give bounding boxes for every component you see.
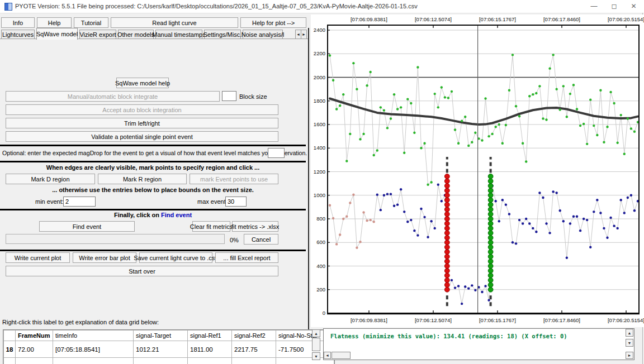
d-region-marker-dot[interactable] (444, 273, 449, 278)
reference-point[interactable] (562, 85, 565, 87)
grid-cell[interactable]: 1012.21 (134, 341, 188, 358)
target-point[interactable] (335, 243, 338, 245)
target-point[interactable] (423, 216, 425, 218)
d-region-marker-dot[interactable] (444, 212, 449, 217)
target-point[interactable] (457, 285, 460, 287)
reference-point[interactable] (545, 118, 547, 121)
reference-point[interactable] (332, 79, 334, 82)
mark-d-region-button[interactable]: Mark D region (6, 174, 95, 184)
target-point[interactable] (620, 199, 622, 201)
metrics-scroll-up-icon[interactable]: ▲ (626, 329, 633, 337)
d-region-marker-dot[interactable] (444, 254, 449, 259)
fill-excel-report-button[interactable]: ... fill Excel report (215, 252, 278, 263)
target-point[interactable] (508, 213, 510, 215)
reference-point[interactable] (518, 115, 520, 117)
reference-point[interactable] (491, 133, 493, 135)
target-point[interactable] (542, 197, 544, 199)
reference-point[interactable] (356, 88, 358, 90)
reference-point[interactable] (508, 89, 510, 92)
target-point[interactable] (576, 215, 578, 218)
reference-point[interactable] (376, 149, 378, 151)
r-region-marker-dot[interactable] (488, 179, 493, 184)
reference-point[interactable] (525, 160, 527, 162)
reference-point[interactable] (606, 126, 608, 128)
reference-point[interactable] (383, 109, 385, 111)
reference-point[interactable] (352, 62, 354, 64)
d-region-marker-dot[interactable] (444, 240, 449, 245)
reference-point[interactable] (548, 67, 551, 69)
r-region-marker-dot[interactable] (488, 221, 493, 226)
reference-point[interactable] (572, 84, 575, 86)
target-point[interactable] (461, 303, 463, 305)
d-region-marker-dot[interactable] (444, 183, 449, 188)
metrics-hscrollbar[interactable] (332, 352, 351, 359)
grid-column-header[interactable]: timeInfo (53, 331, 134, 341)
d-region-marker-dot[interactable] (444, 179, 449, 184)
reference-point[interactable] (609, 91, 612, 93)
reference-point[interactable] (620, 114, 622, 116)
reference-point[interactable] (380, 106, 382, 108)
r-region-marker-dot[interactable] (488, 287, 493, 292)
reference-point[interactable] (484, 97, 486, 99)
toolbar-button-help[interactable]: Help (37, 17, 72, 28)
reference-point[interactable] (494, 126, 496, 128)
trim-button[interactable]: Trim left/right (6, 118, 278, 128)
d-region-marker-dot[interactable] (444, 174, 449, 179)
target-point[interactable] (383, 194, 385, 197)
target-point[interactable] (403, 210, 405, 213)
write-plot-button[interactable]: Write current plot (6, 252, 70, 263)
d-region-marker-dot[interactable] (444, 269, 449, 274)
target-point[interactable] (471, 284, 473, 286)
target-point[interactable] (339, 233, 341, 236)
r-region-marker-dot[interactable] (488, 226, 493, 231)
toolbar-button-info[interactable]: Info (1, 17, 35, 28)
r-region-marker-dot[interactable] (488, 269, 493, 274)
d-region-marker-dot[interactable] (444, 259, 449, 264)
d-region-marker-dot[interactable] (444, 193, 449, 198)
reference-point[interactable] (410, 102, 412, 104)
reference-point[interactable] (515, 105, 517, 107)
grid-cell[interactable]: 73.00 (16, 358, 53, 364)
block-size-input[interactable] (222, 91, 236, 101)
clear-fit-metrics-button[interactable]: Clear fit metrics (192, 221, 230, 232)
target-point[interactable] (623, 212, 626, 214)
target-point[interactable] (613, 224, 615, 227)
d-region-marker-dot[interactable] (444, 277, 449, 282)
target-point[interactable] (454, 286, 456, 289)
reference-point[interactable] (339, 104, 341, 107)
reference-point[interactable] (603, 141, 605, 143)
target-point[interactable] (505, 203, 507, 205)
d-region-marker-dot[interactable] (444, 235, 449, 240)
target-point[interactable] (362, 211, 364, 213)
target-point[interactable] (352, 193, 354, 195)
reference-point[interactable] (613, 102, 615, 104)
target-point[interactable] (329, 204, 331, 207)
reference-point[interactable] (505, 124, 507, 126)
reference-point[interactable] (390, 117, 392, 119)
target-point[interactable] (589, 246, 591, 248)
target-point[interactable] (627, 197, 629, 199)
target-point[interactable] (552, 190, 554, 193)
reference-point[interactable] (359, 138, 361, 140)
target-point[interactable] (342, 218, 344, 220)
reference-point[interactable] (569, 93, 571, 95)
d-region-marker-dot[interactable] (444, 287, 449, 292)
target-point[interactable] (583, 218, 585, 220)
grid-cell[interactable]: 2607.75 (232, 358, 276, 364)
reference-point[interactable] (373, 154, 375, 156)
toolbar-button-tutorial[interactable]: Tutorial (74, 17, 108, 28)
reference-point[interactable] (413, 132, 415, 134)
r-region-marker-dot[interactable] (488, 231, 493, 236)
target-point[interactable] (498, 220, 500, 222)
target-point[interactable] (474, 289, 476, 291)
close-button[interactable]: ✕ (621, 0, 644, 13)
reference-point[interactable] (461, 119, 463, 122)
reference-point[interactable] (487, 135, 490, 137)
reference-point[interactable] (633, 130, 636, 132)
grid-cell[interactable]: [07:05:18.8541] (53, 341, 134, 358)
r-region-marker-dot[interactable] (488, 254, 493, 259)
target-point[interactable] (609, 217, 612, 219)
reference-point[interactable] (481, 139, 483, 141)
target-point[interactable] (359, 241, 361, 243)
light-curve-plot[interactable]: 0200400600800100012001400160018002000220… (311, 15, 644, 327)
